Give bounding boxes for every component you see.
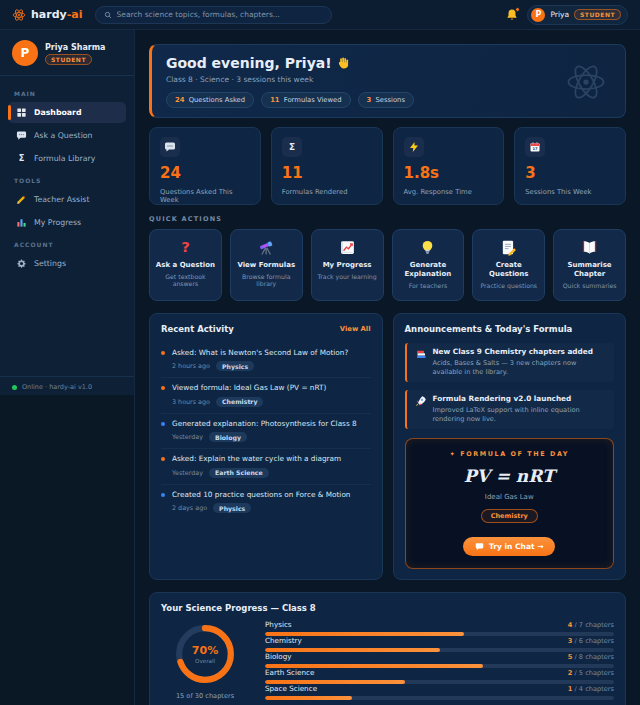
telescope-icon bbox=[258, 238, 275, 256]
quick-action-ask-a-question[interactable]: ?Ask a QuestionGet textbook answers bbox=[149, 229, 222, 301]
search-icon bbox=[104, 11, 112, 19]
try-in-chat-button[interactable]: Try in Chat → bbox=[463, 537, 555, 556]
subject-progress-row: Space Science1 / 4 chapters bbox=[265, 684, 614, 700]
quick-action-subtitle: Quick summaries bbox=[563, 282, 617, 289]
activity-time: Yesterday bbox=[172, 469, 203, 477]
quick-action-subtitle: Practice questions bbox=[480, 282, 537, 289]
activity-subject-badge: Chemistry bbox=[216, 397, 263, 407]
quick-action-title: Summarise Chapter bbox=[558, 261, 621, 279]
progress-title: Your Science Progress — Class 8 bbox=[161, 603, 316, 613]
stat-label: Formulas Rendered bbox=[282, 188, 372, 196]
app-logo: hardy-ai bbox=[12, 8, 83, 22]
activity-text: Created 10 practice questions on Force &… bbox=[172, 490, 351, 499]
announcement-body: Acids, Bases & Salts — 3 new chapters no… bbox=[433, 359, 609, 377]
announcement-title: Formula Rendering v2.0 launched bbox=[433, 394, 609, 403]
subject-count: 2 / 5 chapters bbox=[568, 669, 614, 677]
activity-dot bbox=[161, 457, 165, 461]
formula-name: Ideal Gas Law bbox=[416, 493, 604, 501]
sidebar-item-ask-a-question[interactable]: Ask a Question bbox=[8, 125, 126, 146]
sidebar-item-label: Formula Library bbox=[34, 154, 95, 163]
search-bar[interactable] bbox=[95, 6, 332, 24]
sidebar-item-formula-library[interactable]: ΣFormula Library bbox=[8, 148, 126, 169]
svg-text:17: 17 bbox=[533, 147, 539, 151]
chart-icon bbox=[339, 238, 356, 256]
sidebar-section-label: TOOLS bbox=[8, 171, 126, 189]
overall-caption: 15 of 30 chapters bbox=[161, 692, 249, 700]
sigma-icon: Σ bbox=[16, 153, 27, 164]
activity-time: Yesterday bbox=[172, 433, 203, 441]
sidebar-item-settings[interactable]: Settings bbox=[8, 253, 126, 274]
role-badge: STUDENT bbox=[574, 9, 621, 20]
top-bar: hardy-ai P Priya STUDENT bbox=[0, 0, 640, 30]
quick-action-subtitle: For teachers bbox=[409, 282, 448, 289]
announcement-title: New Class 9 Chemistry chapters added bbox=[433, 347, 609, 356]
quick-action-create-questions[interactable]: Create QuestionsPractice questions bbox=[472, 229, 545, 301]
subject-count: 4 / 7 chapters bbox=[568, 621, 614, 629]
quick-action-subtitle: Browse formula library bbox=[235, 273, 298, 288]
activity-item[interactable]: Asked: Explain the water cycle with a di… bbox=[161, 449, 371, 484]
sidebar-profile: P Priya Sharma STUDENT bbox=[0, 30, 134, 76]
quick-action-generate-explanation[interactable]: Generate ExplanationFor teachers bbox=[392, 229, 465, 301]
stat-value: 24 bbox=[160, 164, 250, 182]
user-menu[interactable]: P Priya STUDENT bbox=[527, 5, 628, 25]
sidebar-section-label: MAIN bbox=[8, 84, 126, 102]
svg-text:Σ: Σ bbox=[289, 142, 295, 152]
sidebar-item-label: Dashboard bbox=[34, 108, 82, 117]
quick-action-summarise-chapter[interactable]: Summarise ChapterQuick summaries bbox=[553, 229, 626, 301]
sidebar-item-my-progress[interactable]: My Progress bbox=[8, 212, 126, 233]
svg-text:Σ: Σ bbox=[19, 153, 25, 163]
sidebar-item-label: Teacher Assist bbox=[34, 195, 89, 204]
stat-card: 1.8sAvg. Response Time bbox=[393, 127, 505, 205]
logo-text-accent: -ai bbox=[67, 8, 83, 21]
subject-count: 3 / 6 chapters bbox=[568, 637, 614, 645]
stat-value: 11 bbox=[282, 164, 372, 182]
notification-dot bbox=[515, 7, 520, 12]
stat-label: Avg. Response Time bbox=[404, 188, 494, 196]
activity-subject-badge: Physics bbox=[216, 361, 254, 371]
notification-bell-icon[interactable] bbox=[505, 8, 519, 22]
chat-icon bbox=[160, 137, 180, 157]
atom-logo-icon bbox=[12, 8, 26, 22]
formula-subject-badge: Chemistry bbox=[481, 509, 538, 523]
activity-item[interactable]: Asked: What is Newton's Second Law of Mo… bbox=[161, 343, 371, 378]
greeting-card: Good evening, Priya! Class 8 · Science ·… bbox=[149, 44, 626, 118]
quick-action-view-formulas[interactable]: View FormulasBrowse formula library bbox=[230, 229, 303, 301]
overall-percent: 70% bbox=[192, 644, 218, 657]
activity-item[interactable]: Generated explanation: Photosynthesis fo… bbox=[161, 414, 371, 449]
search-input[interactable] bbox=[117, 10, 323, 19]
avatar: P bbox=[531, 8, 545, 22]
announcement-item: New Class 9 Chemistry chapters addedAcid… bbox=[405, 343, 615, 382]
formula-text: PV = nRT bbox=[416, 466, 604, 486]
quick-action-subtitle: Track your learning bbox=[317, 273, 376, 280]
formula-of-day-heading: ✦ FORMULA OF THE DAY bbox=[416, 450, 604, 458]
subject-progress-row: Chemistry3 / 6 chapters bbox=[265, 636, 614, 652]
stats-row: 24Questions Asked This WeekΣ11Formulas R… bbox=[149, 127, 626, 205]
greeting-stat-pill: 11 Formulas Viewed bbox=[261, 92, 350, 108]
subject-name: Space Science bbox=[265, 684, 317, 693]
activity-item[interactable]: Viewed formula: Ideal Gas Law (PV = nRT)… bbox=[161, 378, 371, 413]
quick-action-my-progress[interactable]: My ProgressTrack your learning bbox=[311, 229, 384, 301]
activity-item[interactable]: Created 10 practice questions on Force &… bbox=[161, 485, 371, 519]
recent-activity-title: Recent Activity bbox=[161, 324, 234, 334]
subject-name: Biology bbox=[265, 652, 292, 661]
activity-dot bbox=[161, 351, 165, 355]
sidebar-item-teacher-assist[interactable]: Teacher Assist bbox=[8, 189, 126, 210]
svg-text:?: ? bbox=[181, 239, 190, 256]
quick-action-title: Create Questions bbox=[477, 261, 540, 279]
sidebar-item-dashboard[interactable]: Dashboard bbox=[8, 102, 126, 123]
quick-actions-heading: QUICK ACTIONS bbox=[149, 215, 626, 223]
stat-card: 24Questions Asked This Week bbox=[149, 127, 261, 205]
chat-icon bbox=[475, 542, 484, 551]
activity-subject-badge: Earth Science bbox=[209, 468, 269, 478]
books-icon bbox=[415, 347, 427, 377]
stat-card: 173Sessions This Week bbox=[514, 127, 626, 205]
subject-progress-row: Biology5 / 8 chapters bbox=[265, 652, 614, 668]
view-all-link[interactable]: View All bbox=[340, 325, 371, 333]
activity-subject-badge: Physics bbox=[213, 503, 251, 513]
greeting-title: Good evening, Priya! bbox=[166, 55, 332, 71]
stat-label: Sessions This Week bbox=[525, 188, 615, 196]
subject-name: Earth Science bbox=[265, 668, 314, 677]
status-text: Online · hardy-ai v1.0 bbox=[22, 383, 92, 391]
progress-bar-fill bbox=[265, 696, 352, 700]
subject-name: Physics bbox=[265, 620, 292, 629]
